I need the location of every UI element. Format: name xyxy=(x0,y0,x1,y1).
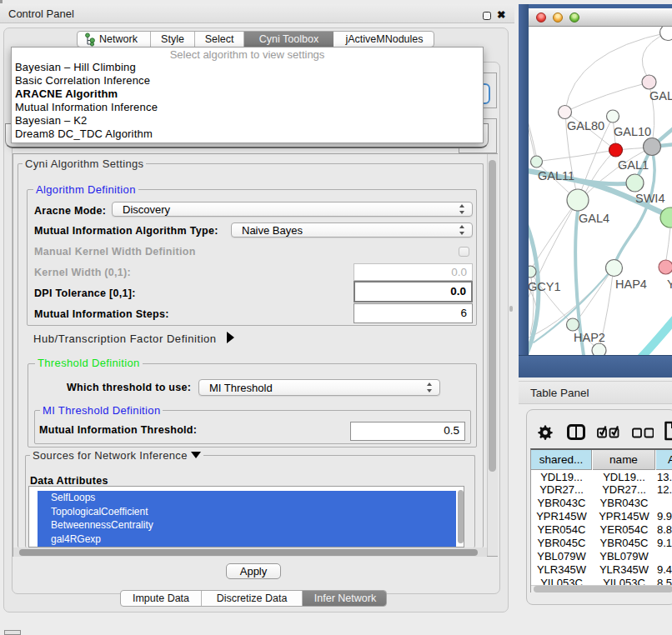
svg-text:GAL11: GAL11 xyxy=(538,169,574,182)
svg-text:GAL10: GAL10 xyxy=(614,125,651,138)
svg-text:GAL7: GAL7 xyxy=(649,89,672,102)
svg-text:GAL1: GAL1 xyxy=(618,158,649,172)
svg-text:GCY1: GCY1 xyxy=(529,280,561,293)
svg-text:SWI4: SWI4 xyxy=(635,192,664,205)
svg-text:GAL80: GAL80 xyxy=(567,119,604,132)
svg-text:HAP4: HAP4 xyxy=(615,278,647,291)
svg-text:HAP2: HAP2 xyxy=(574,331,605,344)
svg-text:GAL4: GAL4 xyxy=(579,212,609,225)
svg-text:Y: Y xyxy=(667,278,672,291)
